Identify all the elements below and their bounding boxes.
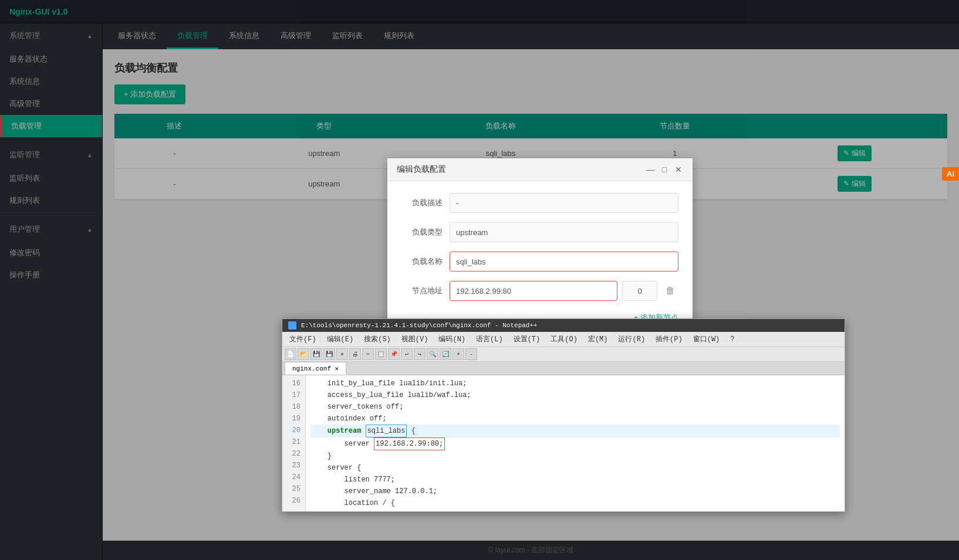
code-line-23: server {	[310, 462, 840, 474]
close-button[interactable]: ✕	[674, 165, 683, 174]
highlight-server-addr: 192.168.2.99:80;	[374, 437, 445, 450]
node-delete-button[interactable]: 🗑	[662, 283, 678, 299]
name-input[interactable]	[450, 252, 678, 271]
np-tab-nginx-conf[interactable]: nginx.conf ✕	[285, 362, 346, 375]
node-label: 节点地址	[401, 286, 443, 296]
np-tab-bar: nginx.conf ✕	[282, 362, 845, 375]
code-line-25: server_name 127.0.0.1;	[310, 486, 840, 497]
np-tool-open[interactable]: 📂	[298, 348, 309, 360]
np-menu-tools[interactable]: 工具(O)	[546, 333, 582, 345]
line-num-18: 18	[287, 401, 300, 413]
np-tool-redo[interactable]: ↪	[414, 348, 426, 360]
np-tool-find[interactable]: 🔍	[427, 348, 438, 360]
node-row: 🗑	[450, 281, 678, 301]
minimize-button[interactable]: —	[646, 165, 655, 174]
np-menu-window[interactable]: 窗口(W)	[688, 333, 725, 345]
modal-controls: — □ ✕	[646, 165, 683, 174]
np-menu-search[interactable]: 搜索(S)	[359, 333, 396, 345]
line-num-23: 23	[287, 460, 300, 471]
line-num-17: 17	[287, 389, 300, 401]
np-title-icon	[288, 321, 296, 330]
np-menu-edit[interactable]: 编辑(E)	[322, 333, 359, 345]
code-line-21: server 192.168.2.99:80;	[310, 437, 840, 450]
code-line-18: server_tokens off;	[310, 401, 840, 413]
notepad-window: E:\tools\openresty-1.21.4.1-study\conf\n…	[282, 318, 845, 512]
np-menu-plugins[interactable]: 插件(P)	[651, 333, 687, 345]
desc-input[interactable]	[450, 193, 678, 213]
np-menu-encode[interactable]: 编码(N)	[434, 333, 470, 345]
form-row-type: 负载类型	[401, 222, 678, 242]
np-line-numbers: 16 17 18 19 20 21 22 23 24 25 26	[282, 375, 306, 511]
np-tool-copy[interactable]: 📋	[375, 348, 387, 360]
np-tool-zoom-in[interactable]: +	[453, 348, 464, 360]
line-num-16: 16	[287, 378, 300, 389]
np-tool-print[interactable]: 🖨	[349, 348, 361, 360]
np-menu-settings[interactable]: 设置(T)	[509, 333, 545, 345]
np-menu-lang[interactable]: 语言(L)	[471, 333, 508, 345]
modal-title: 编辑负载配置	[397, 164, 446, 175]
node-num-input[interactable]	[622, 281, 657, 301]
np-tool-close[interactable]: ✕	[336, 348, 348, 360]
name-label: 负载名称	[401, 256, 443, 267]
code-line-22: }	[310, 450, 840, 462]
np-editor: 16 17 18 19 20 21 22 23 24 25 26 init_by…	[282, 375, 845, 511]
code-line-24: listen 7777;	[310, 474, 840, 486]
np-titlebar: E:\tools\openresty-1.21.4.1-study\conf\n…	[282, 319, 845, 332]
code-line-26: location / {	[310, 497, 840, 509]
np-code-area: init_by_lua_file lualib/init.lua; access…	[306, 375, 845, 511]
line-num-20: 20	[287, 425, 300, 436]
desc-label: 负载描述	[401, 198, 443, 208]
np-tool-zoom-out[interactable]: -	[465, 348, 477, 360]
type-input[interactable]	[450, 222, 678, 242]
np-menu-file[interactable]: 文件(F)	[285, 333, 321, 345]
np-menu-help[interactable]: ?	[725, 334, 739, 345]
line-num-21: 21	[287, 436, 300, 448]
np-menu-run[interactable]: 运行(R)	[613, 333, 650, 345]
code-line-17: access_by_lua_file lualib/waf.lua;	[310, 389, 840, 401]
code-line-16: init_by_lua_file lualib/init.lua;	[310, 378, 840, 389]
np-title-text: E:\tools\openresty-1.21.4.1-study\conf\n…	[301, 322, 538, 329]
np-toolbar: 📄 📂 💾 💾 ✕ 🖨 ✂ 📋 📌 ↩ ↪ 🔍 🔄 + -	[282, 347, 845, 362]
line-num-26: 26	[287, 495, 300, 507]
np-tool-save[interactable]: 💾	[310, 348, 322, 360]
line-num-25: 25	[287, 483, 300, 495]
np-menu-macro[interactable]: 宏(M)	[583, 333, 613, 345]
modal-body: 负载描述 负载类型 负载名称 节点地址 🗑 + 添加新节点	[387, 181, 693, 337]
line-num-24: 24	[287, 471, 300, 483]
highlight-sqli-labs: sqli_labs	[366, 425, 407, 437]
np-tool-new[interactable]: 📄	[285, 348, 296, 360]
code-line-20: upstream sqli_labs {	[310, 425, 840, 437]
np-menu-view[interactable]: 视图(V)	[397, 333, 433, 345]
np-tool-save-all[interactable]: 💾	[323, 348, 335, 360]
maximize-button[interactable]: □	[660, 165, 669, 174]
form-row-desc: 负载描述	[401, 193, 678, 213]
line-num-22: 22	[287, 448, 300, 460]
np-tool-replace[interactable]: 🔄	[440, 348, 451, 360]
keyword-upstream: upstream	[327, 427, 362, 435]
np-menubar: 文件(F) 编辑(E) 搜索(S) 视图(V) 编码(N) 语言(L) 设置(T…	[282, 332, 845, 347]
modal-header: 编辑负载配置 — □ ✕	[387, 158, 693, 181]
np-tool-paste[interactable]: 📌	[388, 348, 400, 360]
code-line-19: autoindex off;	[310, 413, 840, 425]
ai-badge: Ai	[942, 167, 959, 181]
np-tool-cut[interactable]: ✂	[362, 348, 374, 360]
form-row-node: 节点地址 🗑	[401, 281, 678, 301]
type-label: 负载类型	[401, 227, 443, 237]
node-addr-input[interactable]	[450, 281, 617, 301]
edit-modal: 编辑负载配置 — □ ✕ 负载描述 负载类型 负载名称 节点地址	[387, 158, 693, 337]
form-row-name: 负载名称	[401, 252, 678, 271]
np-tool-undo[interactable]: ↩	[401, 348, 413, 360]
line-num-19: 19	[287, 413, 300, 425]
